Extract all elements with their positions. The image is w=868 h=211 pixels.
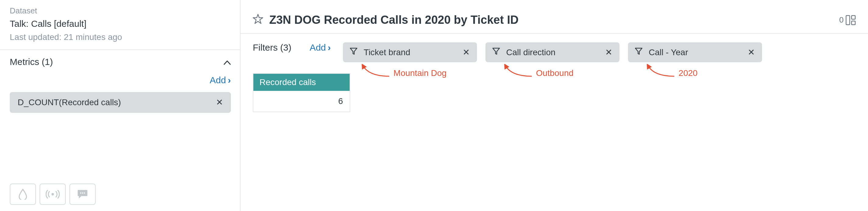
filter-chip-call-direction[interactable]: Call direction ✕ Outbound <box>486 43 619 62</box>
funnel-icon <box>635 47 643 57</box>
divider <box>0 49 240 50</box>
title-row: Z3N DOG Recorded Calls in 2020 by Ticket… <box>241 0 868 34</box>
svg-point-1 <box>80 192 81 194</box>
funnel-icon <box>350 47 358 57</box>
svg-point-0 <box>52 193 54 195</box>
filter-chip-label: Ticket brand <box>364 48 457 57</box>
metric-chip[interactable]: D_COUNT(Recorded calls) ✕ <box>10 92 231 113</box>
add-metric-button[interactable]: Add › <box>210 75 231 85</box>
filters-title: Filters (3) <box>253 43 291 53</box>
dataset-name: Talk: Calls [default] <box>10 18 231 30</box>
page-title: Z3N DOG Recorded Calls in 2020 by Ticket… <box>269 14 839 27</box>
remove-filter-button[interactable]: ✕ <box>748 48 755 57</box>
filter-chip-label: Call direction <box>506 48 599 57</box>
annotation-call-year: 2020 <box>645 64 698 78</box>
result-table: Recorded calls 6 <box>253 73 350 112</box>
svg-point-3 <box>84 192 85 194</box>
add-filter-button[interactable]: Add › <box>310 43 331 53</box>
main: Z3N DOG Recorded Calls in 2020 by Ticket… <box>241 0 868 211</box>
add-filter-label: Add <box>310 43 326 53</box>
star-icon[interactable] <box>253 14 263 26</box>
svg-point-2 <box>82 192 83 194</box>
annotation-call-direction: Outbound <box>502 64 574 78</box>
filter-chip-call-year[interactable]: Call - Year ✕ 2020 <box>628 43 762 62</box>
add-metric-label: Add <box>210 75 226 85</box>
svg-rect-5 <box>846 16 850 25</box>
sidebar-footer <box>10 184 231 205</box>
filter-chip-label: Call - Year <box>649 48 742 57</box>
metric-chip-label: D_COUNT(Recorded calls) <box>18 98 121 107</box>
annotation-text: Outbound <box>536 68 574 78</box>
dataset-updated: Last updated: 21 minutes ago <box>10 32 231 43</box>
sidebar: Dataset Talk: Calls [default] Last updat… <box>0 0 241 211</box>
remove-metric-button[interactable]: ✕ <box>216 98 223 107</box>
svg-rect-6 <box>851 16 855 19</box>
metrics-title: Metrics (1) <box>10 57 53 67</box>
annotation-text: 2020 <box>679 68 698 78</box>
drop-icon-button[interactable] <box>10 184 36 205</box>
metrics-header: Metrics (1) <box>10 57 231 67</box>
layout-icon <box>845 15 856 25</box>
annotation-text: Mountain Dog <box>394 68 446 78</box>
result-value: 6 <box>253 91 350 112</box>
dataset-label: Dataset <box>10 5 231 16</box>
annotation-ticket-brand: Mountain Dog <box>360 64 446 78</box>
view-switch[interactable]: 0 <box>839 15 856 25</box>
remove-filter-button[interactable]: ✕ <box>463 48 470 57</box>
svg-marker-4 <box>253 14 263 24</box>
funnel-icon <box>492 47 500 57</box>
filters-row: Filters (3) Add › Ticket brand ✕ <box>241 34 868 62</box>
filter-chip-ticket-brand[interactable]: Ticket brand ✕ Mountain Dog <box>343 43 477 62</box>
svg-rect-7 <box>851 21 855 25</box>
remove-filter-button[interactable]: ✕ <box>605 48 612 57</box>
view-switch-value: 0 <box>839 15 844 25</box>
result-header: Recorded calls <box>253 74 350 91</box>
chevron-up-icon[interactable] <box>223 57 231 67</box>
broadcast-icon-button[interactable] <box>40 184 66 205</box>
comment-icon-button[interactable] <box>69 184 96 205</box>
